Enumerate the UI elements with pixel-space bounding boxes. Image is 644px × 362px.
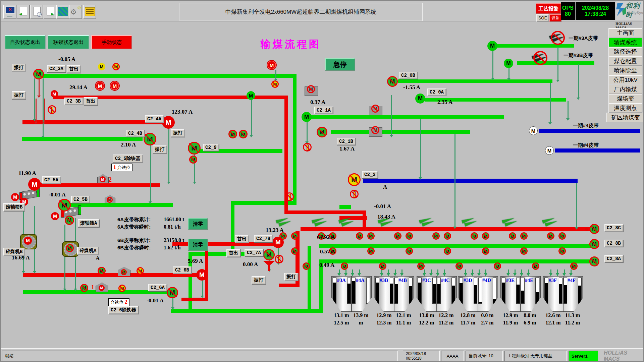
motor-symbol[interactable]: M [589, 256, 599, 266]
first-out-button[interactable]: 首出 [235, 235, 249, 243]
motor-symbol[interactable]: M [188, 142, 201, 155]
motor-symbol[interactable]: M [100, 176, 106, 182]
motor-symbol[interactable]: M [504, 59, 513, 68]
motor-symbol[interactable]: M [545, 146, 554, 155]
first-out-button[interactable]: 首出 [84, 97, 98, 105]
auto-status-button[interactable]: 自投状态退出 [5, 35, 46, 49]
motor-symbol[interactable]: M [589, 224, 599, 234]
menu-item-6[interactable]: 公用10kV [608, 75, 642, 85]
motor-symbol[interactable]: M [51, 90, 58, 98]
motor-symbol[interactable]: M [11, 193, 19, 201]
motor-symbol[interactable]: M [239, 130, 248, 138]
menu-item-4[interactable]: 煤仓配置 [608, 56, 642, 66]
equipment-label[interactable]: C2_5除铁器 [113, 155, 143, 163]
motor-symbol[interactable]: M [110, 81, 119, 90]
menu-item-9[interactable]: 温度测点 [608, 103, 642, 113]
motor-symbol[interactable]: M [307, 85, 315, 93]
equipment-label[interactable]: C2_6B [173, 266, 192, 274]
menu-item-5[interactable]: 喷淋除尘 [608, 66, 642, 75]
valve-icon[interactable] [48, 105, 56, 114]
motor-symbol[interactable]: M [228, 130, 237, 138]
motor-symbol[interactable]: M [415, 94, 425, 104]
vibrate-button[interactable]: 振打 [171, 129, 185, 137]
motor-symbol[interactable]: M [371, 105, 379, 113]
motor-symbol[interactable]: M [291, 232, 299, 240]
motor-symbol[interactable]: M [51, 212, 59, 220]
note-icon[interactable] [83, 5, 96, 19]
motor-symbol[interactable]: M [509, 232, 516, 240]
motor-symbol[interactable]: M [348, 173, 361, 186]
equipment-label[interactable]: C2_8A [604, 255, 623, 262]
vibrate-button[interactable]: 振打 [12, 64, 26, 72]
valve-icon[interactable] [350, 190, 359, 198]
motor-symbol[interactable]: M [482, 232, 489, 240]
motor-symbol[interactable]: M [196, 269, 208, 281]
equipment-label[interactable]: 碎煤机B [3, 248, 25, 256]
motor-symbol[interactable]: M [99, 285, 105, 291]
equipment-label[interactable]: C2_6除铁器 [108, 306, 139, 314]
equipment-label[interactable]: C2_3A [47, 65, 66, 72]
motor-symbol[interactable]: M [341, 262, 348, 270]
menu-item-10[interactable]: 矿区输煤变 [606, 113, 644, 122]
first-out-button[interactable]: 首出 [226, 249, 240, 257]
motor-symbol[interactable]: M [96, 81, 104, 90]
motor-symbol[interactable]: M [167, 287, 178, 298]
equipment-label[interactable]: C2_4A [145, 115, 164, 123]
motor-symbol[interactable]: M [482, 247, 489, 255]
equipment-label[interactable]: C2_8C [604, 224, 623, 232]
motor-symbol[interactable]: M [291, 247, 299, 255]
motor-symbol[interactable]: M [589, 239, 599, 249]
motor-symbol[interactable]: M [444, 232, 451, 240]
motor-symbol[interactable]: M [263, 249, 275, 260]
vibrate-button[interactable]: 振打 [153, 145, 167, 154]
equipment-label[interactable]: C2_7A [245, 249, 263, 256]
soe-button[interactable]: SOE [536, 14, 549, 22]
motor-symbol[interactable]: M [406, 232, 413, 240]
motor-symbol[interactable]: M [432, 232, 440, 240]
map-icon[interactable] [56, 5, 69, 19]
motor-symbol[interactable]: M [455, 262, 463, 270]
motor-symbol[interactable]: M [406, 247, 413, 255]
equipment-label[interactable]: C2_7B [254, 235, 273, 242]
motor-symbol[interactable]: M [137, 267, 144, 275]
page-back-icon[interactable]: ◄ [17, 5, 30, 19]
equipment-label[interactable]: C2_5B [71, 196, 90, 203]
motor-symbol[interactable]: M [532, 262, 539, 270]
first-out-button[interactable]: 首出 [67, 65, 81, 73]
equipment-label[interactable]: C2_0B [399, 72, 418, 79]
valve-icon[interactable] [303, 143, 312, 152]
motor-symbol[interactable]: M [107, 197, 113, 203]
motor-symbol[interactable]: M [302, 112, 312, 122]
motor-symbol[interactable]: M [112, 63, 120, 70]
equipment-label[interactable]: C2_1A [314, 107, 333, 114]
reset-button[interactable]: 清零 [188, 218, 208, 230]
motor-symbol[interactable]: M [558, 232, 566, 240]
motor-symbol[interactable]: M [121, 269, 127, 275]
device-alarm-button[interactable]: 设备 [549, 14, 561, 22]
page-history-icon[interactable]: 🕓 [30, 5, 43, 19]
reset-button[interactable]: 清零 [188, 239, 208, 251]
motor-symbol[interactable]: M [98, 267, 106, 275]
equipment-label[interactable]: C2_8B [604, 240, 623, 247]
motor-symbol[interactable]: M [28, 178, 41, 191]
motor-symbol[interactable]: M [24, 237, 32, 245]
equipment-label[interactable]: C2_4B [126, 130, 145, 137]
motor-symbol[interactable]: M [118, 285, 126, 292]
motor-symbol[interactable]: M [379, 262, 386, 270]
status-server[interactable]: Server1 [569, 351, 598, 361]
equipment-label[interactable]: C2_5A [42, 176, 61, 184]
vibrate-button[interactable]: 振打 [284, 273, 298, 281]
motor-symbol[interactable]: M [144, 133, 156, 145]
menu-item-7[interactable]: 厂内输煤 [608, 84, 642, 94]
vibrate-button[interactable]: 振打 [252, 276, 266, 284]
motor-symbol[interactable]: M [98, 63, 105, 70]
motor-symbol[interactable]: M [58, 199, 71, 212]
equipment-label[interactable]: 碎煤机A [77, 247, 99, 255]
motor-symbol[interactable]: M [444, 247, 451, 255]
settings-icon[interactable]: ⚙⚙ [69, 5, 82, 19]
motor-symbol[interactable]: M [387, 76, 398, 87]
equipment-label[interactable]: C2_2 [362, 171, 378, 178]
motor-symbol[interactable]: M [487, 41, 497, 51]
motor-symbol[interactable]: M [267, 61, 276, 69]
motor-symbol[interactable]: M [33, 69, 44, 79]
